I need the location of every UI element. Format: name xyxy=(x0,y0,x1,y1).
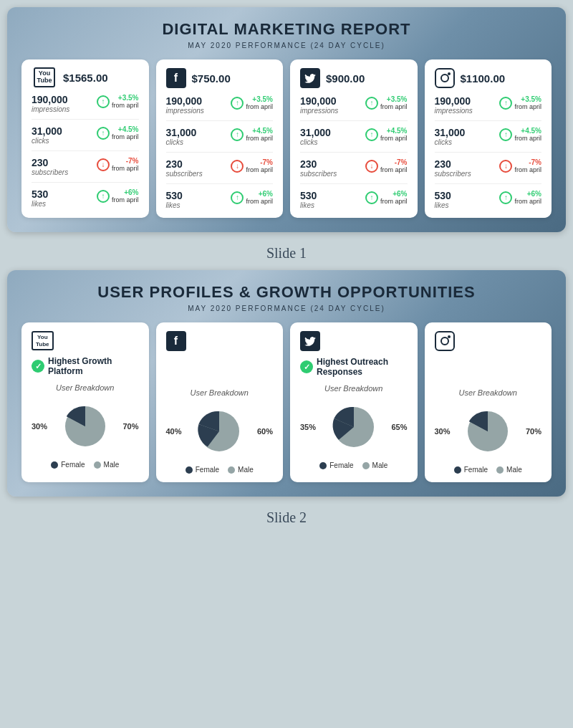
twitter-card: $900.00 190,000 impressions ↑ +3.5% from… xyxy=(290,59,418,218)
twitter-male-pct: 65% xyxy=(391,423,407,431)
male-legend: Male xyxy=(362,461,388,469)
arrow-down-icon: ↓ xyxy=(499,160,512,173)
twitter-badge: ✓ Highest Outreach Responses xyxy=(300,357,408,377)
twitter-subscribers: 230 subscribers ↓ -7% from april xyxy=(300,158,408,184)
facebook-impressions: 190,000 impressions ↑ +3.5% from april xyxy=(166,95,274,121)
male-dot xyxy=(496,466,504,474)
slide-1-subtitle: MAY 2020 PERFORMANCE (24 DAY CYCLE) xyxy=(21,42,552,49)
facebook-legend: Female Male xyxy=(166,466,274,474)
facebook-price: $750.00 xyxy=(192,72,231,85)
instagram-legend: Female Male xyxy=(435,466,542,474)
male-legend: Male xyxy=(228,466,254,474)
facebook-breakdown-label: User Breakdown xyxy=(166,388,274,397)
twitter-clicks: 31,000 clicks ↑ +4.5% from april xyxy=(300,127,408,153)
instagram-card: $1100.00 190,000 impressions ↑ +3.5% fro… xyxy=(425,59,552,218)
facebook-subscribers: 230 subscribers ↓ -7% from april xyxy=(166,158,274,184)
arrow-up-icon: ↑ xyxy=(231,128,244,141)
arrow-down-icon: ↓ xyxy=(97,158,110,171)
female-legend: Female xyxy=(319,461,353,469)
instagram-badge-spacer xyxy=(435,355,542,381)
twitter-s2-header xyxy=(300,331,408,351)
instagram-impressions: 190,000 impressions ↑ +3.5% from april xyxy=(435,95,542,121)
youtube-icon: You Tube xyxy=(32,68,57,87)
check-circle-icon: ✓ xyxy=(32,360,44,373)
instagram-card-header: $1100.00 xyxy=(435,68,542,88)
arrow-up-icon: ↑ xyxy=(231,191,244,204)
youtube-subscribers: 230 subscribers ↓ -7% from april xyxy=(32,157,139,183)
arrow-up-icon: ↑ xyxy=(365,191,378,204)
youtube-legend: Female Male xyxy=(32,461,139,469)
youtube-card: You Tube $1565.00 190,000 impressions ↑ xyxy=(21,59,149,218)
female-legend: Female xyxy=(454,466,488,474)
instagram-price: $1100.00 xyxy=(461,72,506,85)
youtube-price: $1565.00 xyxy=(63,72,108,84)
arrow-up-icon: ↑ xyxy=(499,97,512,110)
youtube-female-pct: 30% xyxy=(32,422,47,431)
arrow-down-icon: ↓ xyxy=(365,160,378,173)
twitter-s2-icon xyxy=(300,331,320,351)
instagram-card-s2: User Breakdown 30% 70% Female xyxy=(425,322,552,482)
facebook-clicks: 31,000 clicks ↑ +4.5% from april xyxy=(166,127,274,153)
facebook-pie-chart xyxy=(194,406,244,456)
youtube-pie-chart xyxy=(60,401,110,451)
facebook-card: f $750.00 190,000 impressions ↑ +3.5% fr… xyxy=(156,59,284,218)
female-legend: Female xyxy=(51,461,85,469)
twitter-female-pct: 35% xyxy=(300,423,316,431)
male-dot xyxy=(362,462,370,469)
male-legend: Male xyxy=(94,461,120,469)
facebook-likes: 530 likes ↑ +6% from april xyxy=(166,190,274,209)
twitter-breakdown-label: User Breakdown xyxy=(300,384,408,393)
arrow-up-icon: ↑ xyxy=(499,128,512,141)
male-legend: Male xyxy=(496,466,522,474)
youtube-impressions: 190,000 impressions ↑ +3.5% from april xyxy=(32,94,139,120)
facebook-card-s2: f User Breakdown 40% 60% xyxy=(156,322,284,482)
twitter-price: $900.00 xyxy=(326,72,365,85)
youtube-likes: 530 likes ↑ +6% from april xyxy=(32,188,139,208)
youtube-s2-icon: YouTube xyxy=(32,331,54,350)
youtube-card-s2: YouTube ✓ Highest Growth Platform User B… xyxy=(21,322,149,482)
twitter-impressions: 190,000 impressions ↑ +3.5% from april xyxy=(300,95,408,121)
arrow-down-icon: ↓ xyxy=(231,160,244,173)
check-circle-icon: ✓ xyxy=(300,360,313,373)
arrow-up-icon: ↑ xyxy=(365,128,378,141)
female-dot xyxy=(51,461,58,469)
female-dot xyxy=(454,466,461,474)
male-dot xyxy=(228,466,235,474)
slide-2-label: Slide 2 xyxy=(7,509,566,526)
arrow-up-icon: ↑ xyxy=(499,191,512,204)
arrow-up-icon: ↑ xyxy=(97,127,110,140)
facebook-s2-header: f xyxy=(166,331,274,351)
slide-2: USER PROFILES & GROWTH OPPORTUNITIES MAY… xyxy=(7,270,566,497)
slide-1-cards: You Tube $1565.00 190,000 impressions ↑ xyxy=(21,59,552,218)
youtube-clicks: 31,000 clicks ↑ +4.5% from april xyxy=(32,125,139,151)
twitter-card-s2: ✓ Highest Outreach Responses User Breakd… xyxy=(290,322,418,482)
youtube-male-pct: 70% xyxy=(122,422,138,431)
arrow-up-icon: ↑ xyxy=(97,95,110,108)
instagram-s2-icon xyxy=(435,331,455,351)
facebook-pie: 40% 60% xyxy=(166,403,274,460)
female-dot xyxy=(319,462,327,469)
slide-1-label: Slide 1 xyxy=(7,245,566,262)
instagram-pie: 30% 70% xyxy=(435,403,542,460)
youtube-pie: 30% 70% xyxy=(32,398,139,455)
facebook-male-pct: 60% xyxy=(257,427,273,436)
instagram-likes: 530 likes ↑ +6% from april xyxy=(435,190,542,209)
slide-2-subtitle: MAY 2020 PERFORMANCE (24 DAY CYCLE) xyxy=(21,305,552,312)
arrow-up-icon: ↑ xyxy=(365,97,378,110)
instagram-male-pct: 70% xyxy=(526,427,541,436)
female-legend: Female xyxy=(186,466,219,474)
slide-2-title: USER PROFILES & GROWTH OPPORTUNITIES xyxy=(21,283,552,302)
youtube-card-header: You Tube $1565.00 xyxy=(32,68,139,87)
slide-1-title: DIGITAL MARKETING REPORT xyxy=(21,20,552,39)
male-dot xyxy=(94,461,101,469)
instagram-subscribers: 230 subscribers ↓ -7% from april xyxy=(435,158,542,184)
youtube-badge: ✓ Highest Growth Platform xyxy=(32,356,139,376)
youtube-breakdown-label: User Breakdown xyxy=(32,383,139,392)
instagram-clicks: 31,000 clicks ↑ +4.5% from april xyxy=(435,127,542,153)
twitter-likes: 530 likes ↑ +6% from april xyxy=(300,190,408,209)
instagram-s2-header xyxy=(435,331,542,351)
twitter-pie-chart xyxy=(329,402,379,452)
instagram-pie-chart xyxy=(463,406,513,456)
arrow-up-icon: ↑ xyxy=(231,97,244,110)
slide-1: DIGITAL MARKETING REPORT MAY 2020 PERFOR… xyxy=(7,7,566,232)
